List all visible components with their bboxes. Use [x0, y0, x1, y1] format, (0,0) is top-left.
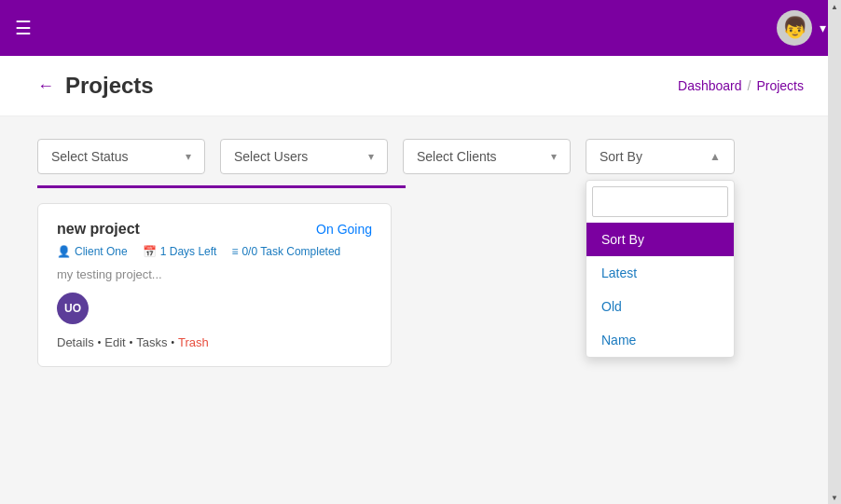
sort-search-input[interactable]: [592, 186, 728, 217]
page-header-left: ← Projects: [37, 73, 154, 99]
card-description: my testing project...: [57, 267, 372, 281]
calendar-icon: 📅: [143, 245, 157, 258]
sort-by-label: Sort By: [600, 149, 642, 164]
navbar: ☰ 👦 ▾: [0, 0, 841, 56]
avatar[interactable]: 👦: [777, 10, 812, 46]
tasks-link[interactable]: Tasks: [136, 335, 167, 349]
nav-right: 👦 ▾: [777, 10, 826, 46]
breadcrumb-dashboard[interactable]: Dashboard: [678, 78, 742, 93]
breadcrumb-separator: /: [748, 78, 751, 93]
card-meta: 👤 Client One 📅 1 Days Left ≡ 0/0 Task Co…: [57, 245, 372, 258]
status-filter[interactable]: Select Status ▾: [37, 139, 205, 174]
scroll-down-arrow[interactable]: ▼: [828, 491, 841, 504]
clients-dropdown-arrow: ▾: [551, 150, 557, 163]
meta-client-label: Client One: [75, 245, 128, 258]
card-actions: Details • Edit • Tasks • Trash: [57, 335, 372, 349]
card-top-row: new project On Going: [57, 221, 372, 238]
sort-dropdown-menu: Sort By Latest Old Name: [586, 180, 735, 358]
meta-days: 📅 1 Days Left: [143, 245, 217, 258]
nav-dropdown-icon[interactable]: ▾: [820, 20, 826, 35]
filters-row: Select Status ▾ Select Users ▾ Select Cl…: [0, 116, 841, 185]
trash-link[interactable]: Trash: [178, 335, 209, 349]
hamburger-icon[interactable]: ☰: [15, 17, 32, 39]
avatar-image: 👦: [782, 16, 807, 40]
status-dropdown-arrow: ▾: [186, 150, 191, 163]
details-link[interactable]: Details: [57, 335, 94, 349]
main-content: ← Projects Dashboard / Projects Select S…: [0, 56, 841, 504]
scroll-up-arrow[interactable]: ▲: [828, 0, 841, 13]
status-badge: On Going: [316, 222, 372, 237]
users-dropdown-arrow: ▾: [368, 150, 374, 163]
dot-1: •: [98, 337, 102, 347]
sort-option-latest[interactable]: Latest: [586, 256, 734, 290]
clients-filter[interactable]: Select Clients ▾: [403, 139, 571, 174]
client-icon: 👤: [57, 245, 71, 258]
meta-days-label: 1 Days Left: [160, 245, 217, 258]
meta-tasks: ≡ 0/0 Task Completed: [231, 245, 340, 258]
sort-option-old[interactable]: Old: [586, 290, 734, 323]
page-title: Projects: [65, 73, 154, 99]
tasks-icon: ≡: [231, 245, 238, 258]
sort-option-sort-by[interactable]: Sort By: [586, 223, 734, 256]
back-button[interactable]: ←: [37, 76, 54, 96]
dot-2: •: [130, 337, 133, 347]
users-filter[interactable]: Select Users ▾: [220, 139, 388, 174]
purple-underline: [37, 185, 406, 188]
card-avatar: UO: [57, 293, 89, 324]
status-filter-label: Select Status: [51, 149, 129, 164]
clients-filter-label: Select Clients: [417, 149, 497, 164]
users-filter-label: Select Users: [234, 149, 308, 164]
breadcrumb-current: Projects: [756, 78, 804, 93]
meta-client: 👤 Client One: [57, 245, 128, 258]
vertical-scrollbar[interactable]: ▲ ▼: [828, 0, 841, 504]
project-name: new project: [57, 221, 140, 238]
dot-3: •: [171, 337, 174, 347]
sort-up-arrow: ▲: [710, 150, 721, 163]
breadcrumb: Dashboard / Projects: [678, 78, 804, 93]
project-card: new project On Going 👤 Client One 📅 1 Da…: [37, 203, 392, 367]
sort-option-name[interactable]: Name: [586, 323, 734, 357]
page-header: ← Projects Dashboard / Projects: [0, 56, 841, 116]
meta-tasks-label: 0/0 Task Completed: [241, 245, 340, 258]
sort-by-trigger[interactable]: Sort By ▲: [586, 139, 735, 174]
sort-dropdown-container: Sort By ▲ Sort By Latest Old Name: [586, 139, 735, 174]
edit-link[interactable]: Edit: [104, 335, 125, 349]
